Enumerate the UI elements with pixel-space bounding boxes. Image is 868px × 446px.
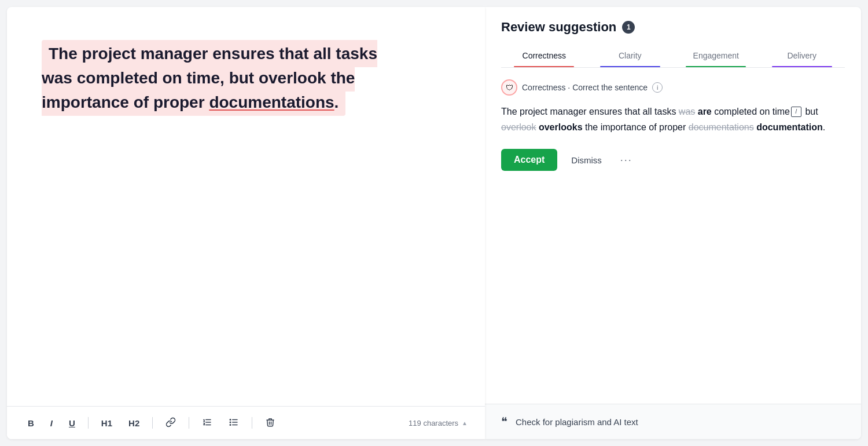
review-header: Review suggestion 1 Correctness Clarity … [485, 7, 861, 68]
new-word-overlooks: overlooks [539, 122, 583, 132]
correctness-icon: 🛡 [501, 79, 517, 96]
strikethrough-documentations: documentations [689, 122, 754, 132]
editor-text: The project manager ensures that all tas… [42, 42, 377, 115]
svg-point-7 [230, 422, 231, 423]
text-mid1: completed on time [714, 107, 790, 116]
tab-engagement[interactable]: Engagement [673, 45, 759, 67]
info-icon[interactable]: i [652, 82, 663, 93]
suggestion-count-badge: 1 [622, 21, 635, 34]
underline-button[interactable]: U [65, 416, 79, 430]
h2-button[interactable]: H2 [125, 416, 143, 430]
highlighted-block: The project manager ensures that all tas… [42, 40, 377, 116]
toolbar-divider-4 [252, 417, 252, 429]
svg-point-6 [230, 419, 231, 421]
text-prefix: The project manager ensures that all tas… [501, 107, 679, 116]
editor-line1: The project manager ensures that all tas… [49, 45, 377, 63]
char-count-value: 119 characters [409, 419, 458, 427]
suggestion-label-text: Correctness · Correct the sentence [522, 83, 648, 92]
new-word-documentation: documentation [756, 122, 823, 132]
suggestion-text-block: The project manager ensures that all tas… [501, 104, 845, 135]
svg-point-8 [230, 425, 231, 426]
toolbar-divider-1 [88, 417, 89, 429]
editor-line2: was completed on time, but overlook the [42, 69, 355, 87]
tab-delivery[interactable]: Delivery [759, 45, 845, 67]
edit-cursor-icon: / [791, 107, 801, 117]
suggestion-card: 🛡 Correctness · Correct the sentence i T… [501, 79, 845, 171]
editor-area[interactable]: The project manager ensures that all tas… [7, 7, 485, 406]
ordered-list-button[interactable] [198, 415, 216, 431]
char-count: 119 characters ▲ [409, 419, 468, 427]
tab-clarity[interactable]: Clarity [587, 45, 674, 67]
italic-button[interactable]: I [47, 416, 56, 430]
suggestion-area: 🛡 Correctness · Correct the sentence i T… [485, 68, 861, 404]
review-title-row: Review suggestion 1 [501, 20, 845, 35]
editor-period: . [334, 93, 339, 111]
review-title: Review suggestion [501, 20, 616, 35]
accept-button[interactable]: Accept [501, 149, 557, 171]
new-word-are: are [698, 107, 712, 116]
action-row: Accept Dismiss ··· [501, 149, 845, 171]
h1-button[interactable]: H1 [98, 416, 116, 430]
strikethrough-overlook: overlook [501, 122, 536, 132]
text-mid2: but [803, 107, 818, 116]
plagiarism-text: Check for plagiarism and AI text [516, 417, 638, 427]
toolbar-divider-3 [189, 417, 189, 429]
tab-correctness[interactable]: Correctness [501, 45, 587, 67]
bold-button[interactable]: B [24, 416, 38, 430]
editor-toolbar: B I U H1 H2 119 characters ▲ [7, 406, 485, 439]
editor-panel: The project manager ensures that all tas… [7, 7, 485, 439]
more-options-button[interactable]: ··· [616, 149, 637, 171]
review-panel: Review suggestion 1 Correctness Clarity … [485, 7, 861, 439]
clear-format-button[interactable] [262, 415, 279, 431]
editor-underline-word: documentations [209, 93, 334, 111]
link-button[interactable] [162, 415, 179, 431]
plagiarism-icon: ❝ [501, 415, 507, 429]
bottom-bar: ❝ Check for plagiarism and AI text [485, 404, 861, 439]
dismiss-button[interactable]: Dismiss [564, 151, 609, 170]
toolbar-divider-2 [152, 417, 153, 429]
editor-line3: importance of proper [42, 93, 209, 111]
strikethrough-was: was [679, 107, 695, 116]
text-end: . [823, 122, 825, 132]
text-mid3: the importance of proper [585, 122, 689, 132]
char-count-arrow-icon: ▲ [462, 420, 468, 426]
suggestion-label-row: 🛡 Correctness · Correct the sentence i [501, 79, 845, 96]
unordered-list-button[interactable] [225, 415, 242, 431]
category-tabs: Correctness Clarity Engagement Delivery [501, 45, 845, 68]
